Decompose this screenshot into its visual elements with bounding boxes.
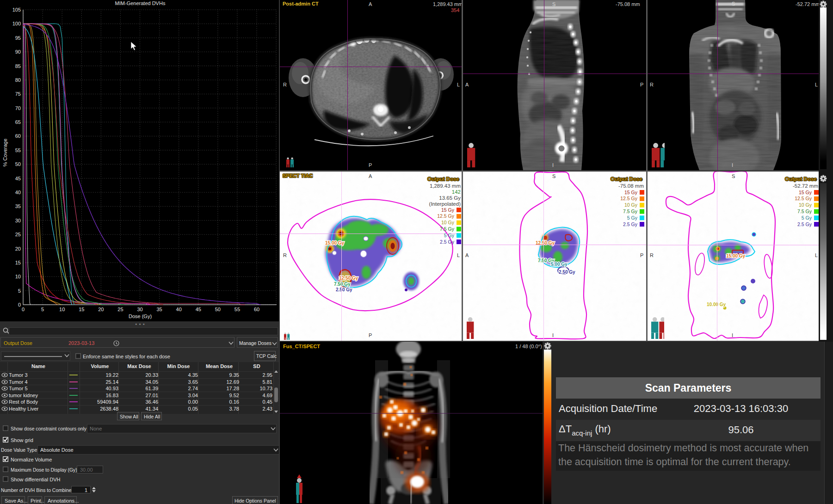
svg-text:75: 75 [15, 91, 21, 97]
svg-text:50: 50 [15, 161, 21, 167]
svg-text:15.00 Gy: 15.00 Gy [726, 253, 746, 258]
svg-text:30: 30 [137, 307, 142, 312]
svg-text:40: 40 [176, 307, 182, 312]
svg-text:30: 30 [15, 218, 21, 223]
svg-text:55: 55 [234, 307, 240, 312]
svg-text:35: 35 [156, 307, 162, 312]
svg-text:7.5 Gy: 7.5 Gy [797, 209, 812, 214]
svg-text:10: 10 [59, 307, 65, 312]
svg-text:10 Gy: 10 Gy [624, 202, 638, 208]
svg-text:15: 15 [15, 260, 21, 265]
svg-text:35: 35 [15, 203, 21, 209]
svg-text:5 Gy: 5 Gy [802, 215, 812, 221]
svg-text:55: 55 [15, 148, 21, 153]
svg-text:2.5 Gy: 2.5 Gy [797, 221, 812, 227]
svg-text:5: 5 [18, 288, 21, 294]
svg-text:1,289.43 mm: 1,289.43 mm [430, 183, 461, 189]
svg-text:85: 85 [15, 63, 21, 69]
svg-text:105: 105 [12, 7, 21, 12]
svg-text:5: 5 [41, 307, 44, 312]
svg-text:10: 10 [15, 274, 21, 279]
svg-text:90: 90 [15, 49, 21, 55]
svg-text:50: 50 [215, 307, 221, 312]
svg-text:Output Dose: Output Dose [611, 176, 642, 182]
svg-text:12.50 Gy: 12.50 Gy [339, 276, 358, 281]
svg-text:Output Dose: Output Dose [427, 176, 459, 182]
svg-text:10 Gy: 10 Gy [799, 202, 812, 208]
svg-text:Output Dose: Output Dose [785, 176, 817, 182]
svg-text:10 Gy: 10 Gy [441, 220, 455, 225]
svg-text:7.5 Gy: 7.5 Gy [440, 226, 455, 232]
svg-text:5.00 Gy: 5.00 Gy [551, 262, 568, 267]
svg-text:7.5 Gy: 7.5 Gy [623, 209, 638, 214]
svg-text:-75.08 mm: -75.08 mm [618, 183, 644, 189]
svg-text:0: 0 [18, 302, 21, 307]
svg-text:45: 45 [15, 176, 21, 181]
svg-text:40: 40 [15, 190, 21, 195]
svg-text:12.5 Gy: 12.5 Gy [795, 196, 812, 201]
svg-text:95: 95 [15, 35, 21, 41]
svg-text:2.50 Gy: 2.50 Gy [336, 287, 352, 292]
svg-text:25: 25 [117, 307, 123, 312]
svg-text:10.00 Gy: 10.00 Gy [707, 302, 726, 307]
svg-text:-52.72 mm: -52.72 mm [793, 183, 818, 189]
svg-text:20: 20 [98, 307, 104, 312]
svg-text:60: 60 [254, 307, 259, 312]
svg-text:7.50 Gy: 7.50 Gy [334, 282, 351, 287]
svg-text:0: 0 [22, 307, 25, 312]
svg-text:12.5 Gy: 12.5 Gy [437, 213, 455, 219]
svg-text:15 Gy: 15 Gy [441, 207, 455, 213]
svg-text:25: 25 [15, 232, 21, 237]
svg-text:2.5 Gy: 2.5 Gy [440, 239, 455, 245]
svg-text:142: 142 [452, 189, 461, 195]
svg-text:15: 15 [79, 307, 84, 312]
svg-text:2.5 Gy: 2.5 Gy [623, 221, 638, 227]
svg-text:5 Gy: 5 Gy [444, 233, 455, 238]
svg-text:60: 60 [15, 133, 21, 139]
svg-text:70: 70 [15, 105, 21, 111]
svg-text:80: 80 [15, 77, 21, 83]
svg-text:15 Gy: 15 Gy [624, 190, 638, 195]
svg-text:65: 65 [15, 119, 21, 125]
svg-text:12.5 Gy: 12.5 Gy [620, 196, 638, 201]
svg-text:2.50 Gy: 2.50 Gy [559, 270, 575, 275]
svg-text:MIM-Generated DVHs: MIM-Generated DVHs [115, 0, 166, 6]
svg-text:5 Gy: 5 Gy [627, 215, 638, 221]
svg-text:15 Gy: 15 Gy [799, 190, 812, 195]
svg-text:45: 45 [196, 307, 201, 312]
svg-text:(Interpolated): (Interpolated) [429, 201, 461, 207]
svg-text:Dose (Gy): Dose (Gy) [129, 313, 152, 319]
svg-text:% Coverage: % Coverage [2, 139, 8, 167]
svg-text:100: 100 [12, 21, 21, 26]
svg-text:13.65 Gy: 13.65 Gy [439, 195, 461, 201]
svg-text:20: 20 [15, 246, 21, 252]
